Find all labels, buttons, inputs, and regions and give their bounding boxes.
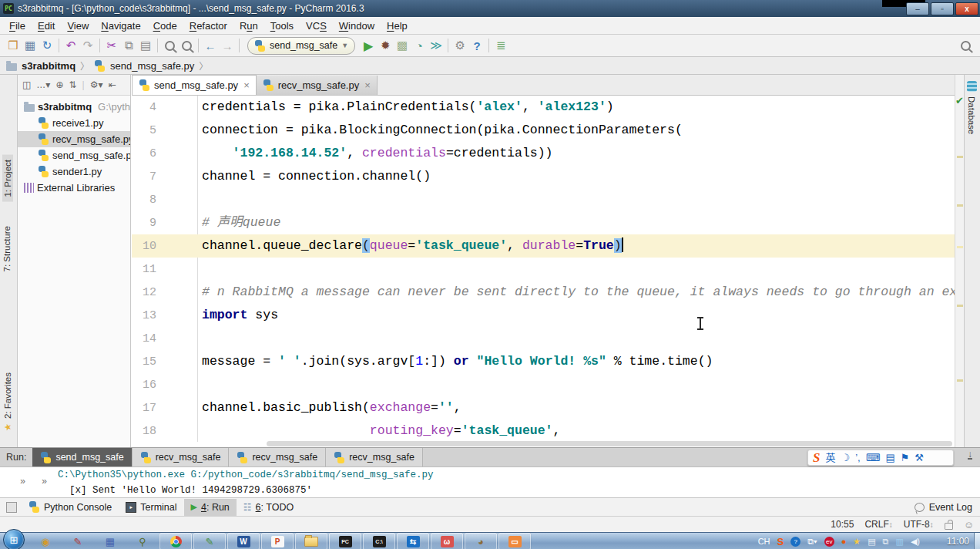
back-icon[interactable]: ← xyxy=(202,37,219,54)
help-tray-icon[interactable]: ? xyxy=(790,537,800,547)
search-everywhere-icon[interactable] xyxy=(957,37,974,54)
paste-icon[interactable]: ▤ xyxy=(137,37,154,54)
lock-icon[interactable] xyxy=(945,523,953,530)
powerpoint-icon[interactable]: P xyxy=(261,533,294,549)
paint-icon[interactable]: ◕ xyxy=(465,533,497,549)
ev-tray-icon[interactable]: ev xyxy=(824,537,834,547)
gear-icon[interactable]: ⚙▾ xyxy=(90,79,103,90)
line-number[interactable]: 17 xyxy=(132,397,156,420)
menu-vcs[interactable]: VCS xyxy=(300,18,333,34)
snipping-tool-icon[interactable]: ✎ xyxy=(62,534,93,549)
taskbar-clock[interactable]: 11:00 xyxy=(947,536,969,547)
foxmail-icon[interactable]: ω xyxy=(431,533,463,549)
breadcrumb-file[interactable]: send_msg_safe.py xyxy=(110,60,194,72)
code-line-13[interactable]: 13import sys xyxy=(132,304,955,327)
tool-stripe-favorites[interactable]: ★2: Favorites xyxy=(2,372,13,433)
more-options-icon[interactable]: …▾ xyxy=(36,79,50,90)
tool-stripe-project[interactable]: 1: Project xyxy=(2,155,13,202)
dock-panel-icon[interactable]: ↓ xyxy=(968,450,972,460)
collapse-all-icon[interactable]: ⇅ xyxy=(69,79,76,90)
tree-root[interactable]: s3rabbitmqG:\pytho xyxy=(18,99,130,115)
punctuation-icon[interactable]: ’, xyxy=(855,453,861,463)
settings-repository-icon[interactable]: ≣ xyxy=(492,37,509,54)
menu-file[interactable]: File xyxy=(3,18,32,34)
debug-icon[interactable]: ✹ xyxy=(377,37,394,54)
tab-close-icon[interactable]: × xyxy=(243,79,250,91)
hide-panel-icon[interactable]: ⇤ xyxy=(108,79,116,90)
show-desktop-button[interactable] xyxy=(974,533,980,549)
explorer-icon[interactable] xyxy=(295,533,327,549)
input-card-icon[interactable]: ▤ xyxy=(885,453,894,463)
soft-keyboard-icon[interactable]: ⌨ xyxy=(866,453,881,463)
run-tab-0[interactable]: send_msg_safe xyxy=(32,448,132,466)
save-all-icon[interactable]: ▦ xyxy=(22,37,39,54)
teamviewer-icon[interactable]: ⇆ xyxy=(397,533,429,549)
tool-stripe-database[interactable]: Database xyxy=(967,96,976,134)
open-icon[interactable]: ❒ xyxy=(5,37,22,54)
tree-item-external-libraries[interactable]: External Libraries xyxy=(18,180,130,196)
pycharm-icon[interactable]: PC xyxy=(329,533,361,549)
code-line-15[interactable]: 15message = ' '.join(sys.argv[1:]) or "H… xyxy=(132,350,955,373)
media-app-icon[interactable]: ◉ xyxy=(30,534,61,549)
tool-window-button-4--run[interactable]: ▶4: Run xyxy=(184,499,237,516)
menu-tools[interactable]: Tools xyxy=(264,18,300,34)
line-number[interactable]: 18 xyxy=(132,420,156,442)
line-number[interactable]: 16 xyxy=(132,374,156,397)
code-line-9[interactable]: 9# 声明queue xyxy=(132,211,955,234)
sogou-tray-icon[interactable]: S xyxy=(777,536,784,547)
console-toolbar-expander-icon[interactable]: » xyxy=(42,477,47,487)
settings-icon[interactable]: ⚙ xyxy=(451,37,468,54)
code-line-12[interactable]: 12# n RabbitMQ a message can never be se… xyxy=(132,281,955,304)
record-dot-icon[interactable]: ● xyxy=(841,537,847,546)
run-anything-icon[interactable]: ≫ xyxy=(428,37,445,54)
line-number[interactable]: 11 xyxy=(132,258,156,281)
floppy-save-icon[interactable]: ▦ xyxy=(95,534,126,549)
menu-edit[interactable]: Edit xyxy=(32,18,61,34)
line-number[interactable]: 12 xyxy=(132,281,156,305)
menu-navigate[interactable]: Navigate xyxy=(95,18,146,34)
notepad-icon[interactable]: ✎ xyxy=(193,533,226,549)
line-number[interactable]: 7 xyxy=(132,166,156,189)
chrome-icon[interactable] xyxy=(159,533,192,549)
console-toolbar-expander-icon[interactable]: » xyxy=(20,477,25,487)
moon-icon[interactable]: ☽ xyxy=(841,453,850,463)
line-ending-selector[interactable]: CRLF↕ xyxy=(864,519,892,530)
star-tray-icon[interactable]: ★ xyxy=(853,537,861,547)
start-button[interactable]: ⊞ xyxy=(3,529,25,549)
sogou-logo-icon[interactable]: S xyxy=(813,450,820,466)
code-line-17[interactable]: 17channel.basic_publish(exchange='', xyxy=(132,396,955,419)
word-icon[interactable]: W xyxy=(227,533,260,549)
menu-run[interactable]: Run xyxy=(233,18,264,34)
find-icon[interactable] xyxy=(161,37,178,54)
line-number[interactable]: 13 xyxy=(132,305,156,328)
key-tool-icon[interactable]: ⚲ xyxy=(127,534,158,549)
breadcrumb-project[interactable]: s3rabbitmq xyxy=(22,60,76,72)
run-tab-3[interactable]: recv_msg_safe xyxy=(326,448,423,466)
horizontal-scrollbar[interactable] xyxy=(267,441,952,446)
redo-icon[interactable]: ↷ xyxy=(79,37,96,54)
encoding-selector[interactable]: UTF-8↕ xyxy=(904,519,934,530)
line-number[interactable]: 4 xyxy=(132,96,156,120)
minimize-button[interactable]: – xyxy=(906,2,929,15)
project-views-icon[interactable]: ◫ xyxy=(22,79,31,90)
run-button[interactable]: ▶ xyxy=(360,37,377,54)
printer-tray-icon[interactable]: ▤ xyxy=(868,537,875,547)
menu-view[interactable]: View xyxy=(61,18,95,34)
skin-icon[interactable]: ⚑ xyxy=(901,453,910,463)
tree-item-recv_msg_safe-py[interactable]: recv_msg_safe.py xyxy=(18,131,130,147)
locate-file-icon[interactable]: ⊕ xyxy=(55,79,63,90)
code-editor[interactable]: 4credentials = pika.PlainCredentials('al… xyxy=(132,96,955,442)
coverage-icon[interactable]: ▩ xyxy=(394,37,411,54)
line-number[interactable]: 5 xyxy=(132,120,156,143)
menu-help[interactable]: Help xyxy=(381,18,414,34)
event-log-button[interactable]: Event Log xyxy=(915,502,972,513)
menu-window[interactable]: Window xyxy=(333,18,381,34)
toolbox-icon[interactable]: ⚒ xyxy=(915,453,924,463)
code-line-8[interactable]: 8 xyxy=(132,188,955,211)
code-line-4[interactable]: 4credentials = pika.PlainCredentials('al… xyxy=(132,96,955,119)
tree-item-send_msg_safe-py[interactable]: send_msg_safe.py xyxy=(18,147,130,163)
maximize-button[interactable]: ▫ xyxy=(931,2,954,15)
forward-icon[interactable]: → xyxy=(219,37,236,54)
run-configuration-select[interactable]: send_msg_safe ▼ xyxy=(247,37,355,55)
remote-tray-icon[interactable]: ▥ xyxy=(895,537,903,547)
